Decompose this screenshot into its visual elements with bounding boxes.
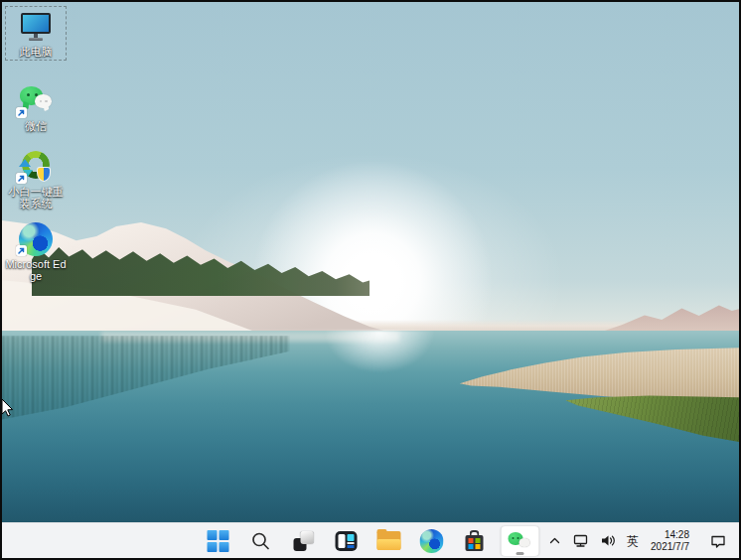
search-button[interactable]: [245, 526, 277, 556]
notification-bubble-icon: [709, 533, 727, 549]
shortcut-arrow-icon: [16, 245, 27, 256]
desktop-icon-label: Microsoft Edge: [5, 258, 67, 282]
folder-icon: [377, 531, 401, 550]
search-icon: [251, 531, 271, 551]
taskbar-center-group: [203, 523, 539, 558]
desktop-icon-edge[interactable]: Microsoft Edge: [5, 219, 67, 284]
taskbar: 英 14:28 2021/7/7: [2, 522, 739, 558]
microsoft-store-button[interactable]: [459, 526, 491, 556]
mouse-cursor: [0, 398, 15, 418]
hidden-icons-button[interactable]: [546, 526, 563, 556]
desktop-icon-xiaobai-reinstall[interactable]: 小白一键重装系统: [5, 147, 67, 211]
desktop-icon-label: 小白一键重装系统: [5, 186, 67, 210]
microsoft-store-icon: [464, 530, 486, 552]
shield-icon: [37, 167, 51, 182]
shortcut-arrow-icon: [16, 173, 27, 184]
shortcut-arrow-icon: [16, 107, 27, 118]
sun-reflection: [325, 331, 434, 372]
file-explorer-button[interactable]: [373, 526, 405, 556]
edge-button[interactable]: [416, 526, 448, 556]
language-indicator[interactable]: 英: [625, 526, 641, 556]
desktop-icon-this-pc[interactable]: 此电脑: [5, 6, 67, 61]
this-pc-monitor-icon: [18, 10, 54, 44]
desktop-icon-label: 微信: [25, 120, 47, 132]
speaker-icon: [600, 533, 616, 548]
chevron-up-icon: [548, 534, 561, 547]
system-tray: 英 14:28 2021/7/7: [546, 523, 737, 558]
wechat-icon: [508, 530, 533, 552]
tray-time: 14:28: [665, 529, 689, 541]
windows-desktop: 此电脑 微信 小白一键重装系统 Mic: [0, 0, 741, 560]
ethernet-icon: [572, 533, 589, 548]
volume-button[interactable]: [598, 526, 618, 556]
widgets-button[interactable]: [331, 526, 363, 556]
tray-date: 2021/7/7: [651, 541, 689, 553]
desktop-icon-label: 此电脑: [20, 46, 53, 58]
system-reinstall-icon: [18, 150, 54, 184]
clock[interactable]: 14:28 2021/7/7: [648, 529, 692, 552]
windows-start-icon: [208, 530, 229, 552]
notification-center-button[interactable]: [707, 526, 729, 556]
wechat-icon: [18, 84, 54, 118]
edge-icon: [420, 529, 444, 553]
network-button[interactable]: [570, 526, 591, 556]
desktop-icon-wechat[interactable]: 微信: [5, 81, 67, 134]
task-view-icon: [293, 530, 315, 552]
widgets-icon: [336, 531, 358, 551]
task-view-button[interactable]: [288, 526, 320, 556]
start-button[interactable]: [203, 526, 234, 556]
wechat-taskbar-button[interactable]: [502, 526, 539, 556]
edge-icon: [18, 222, 54, 256]
